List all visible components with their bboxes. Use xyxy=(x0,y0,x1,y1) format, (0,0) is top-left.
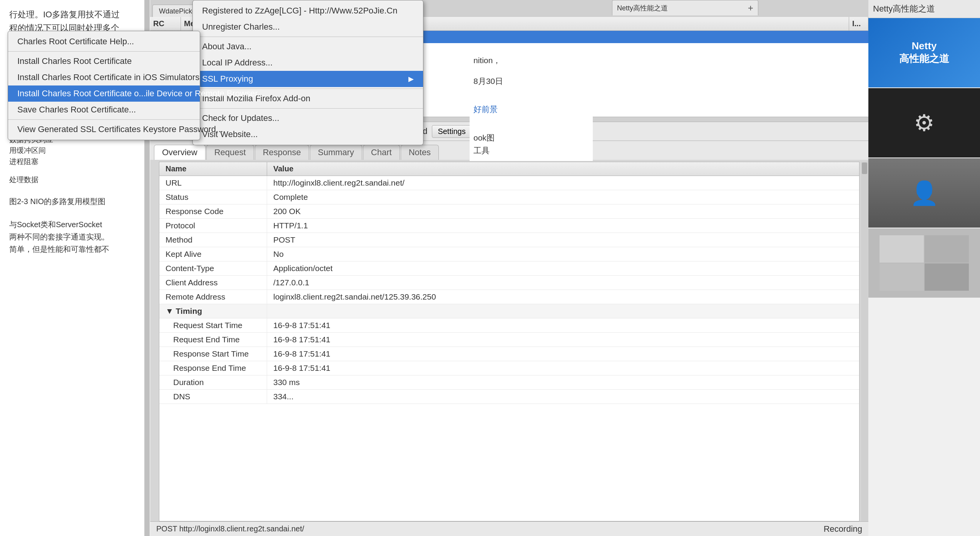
th-rc: RC xyxy=(150,17,181,30)
detail-scrollbar[interactable] xyxy=(861,162,868,521)
status-bar: POST http://loginxl8.client.reg2t.sandai… xyxy=(150,521,868,536)
right-article-link[interactable]: 好前景 xyxy=(473,103,589,116)
menu-item-ssl-proxying-label: SSL Proxying xyxy=(202,74,253,84)
detail-row-client-address: Client Address /127.0.0.1 xyxy=(159,276,859,290)
right-sidebar: Netty高性能之道 Netty高性能之道 ⚙ 👤 xyxy=(868,0,980,536)
detail-value-resp-start: 16-9-8 17:51:41 xyxy=(267,347,859,361)
detail-name-resp-end: Response End Time xyxy=(159,361,267,375)
tab-chart[interactable]: Chart xyxy=(363,145,400,160)
detail-name-req-end: Request End Time xyxy=(159,333,267,347)
detail-value-client-address: /127.0.0.1 xyxy=(267,276,859,290)
menu-item-cert-help-label: Charles Root Certificate Help... xyxy=(17,37,134,47)
status-url: POST http://loginxl8.client.reg2t.sandai… xyxy=(156,524,304,533)
diagram-caption: 图2-3 NIO的多路复用模型图 xyxy=(9,196,141,207)
menu-separator-3 xyxy=(193,108,423,109)
tab-notes[interactable]: Notes xyxy=(401,145,439,160)
section-label-4: 处理数据 xyxy=(9,175,141,185)
detail-value-duration: 330 ms xyxy=(267,375,859,389)
gear-icon: ⚙ xyxy=(914,109,935,136)
settings-button[interactable]: Settings xyxy=(432,125,471,138)
detail-scrollbar-thumb[interactable] xyxy=(862,162,867,174)
detail-row-req-start: Request Start Time 16-9-8 17:51:41 xyxy=(159,318,859,333)
menu-item-local-ip-label: Local IP Address... xyxy=(202,58,273,68)
tab-netty[interactable]: Netty高性能之道 + xyxy=(612,0,758,15)
sidebar-thumb-4[interactable] xyxy=(868,228,980,298)
right-sidebar-title: Netty高性能之道 xyxy=(873,3,935,15)
detail-header: Name Value xyxy=(159,162,859,176)
proxy-menu[interactable]: Registered to ZzAge[LCG] - Http://Www.52… xyxy=(192,0,423,145)
menu-item-keystore-password-label: View Generated SSL Certificates Keystore… xyxy=(17,124,223,134)
detail-row-remote-address: Remote Address loginxl8.client.reg2t.san… xyxy=(159,290,859,304)
right-article-line3: ook图工具 xyxy=(473,131,589,157)
tab-overview[interactable]: Overview xyxy=(154,145,206,160)
detail-row-dns: DNS 334... xyxy=(159,390,859,404)
menu-item-unregister[interactable]: Unregister Charles... xyxy=(193,19,423,35)
detail-name-keepalive: Kept Alive xyxy=(159,247,267,261)
detail-name-timing: ▼ Timing xyxy=(159,304,267,318)
detail-row-keepalive: Kept Alive No xyxy=(159,247,859,261)
detail-row-timing-header[interactable]: ▼ Timing xyxy=(159,304,859,318)
detail-row-resp-start: Response Start Time 16-9-8 17:51:41 xyxy=(159,347,859,361)
menu-item-keystore-password[interactable]: View Generated SSL Certificates Keystore… xyxy=(8,121,200,137)
detail-name-req-start: Request Start Time xyxy=(159,318,267,332)
sidebar-thumb-1[interactable]: Netty高性能之道 xyxy=(868,18,980,87)
sidebar-thumb-2[interactable]: ⚙ xyxy=(868,88,980,157)
detail-name-content-type: Content-Type xyxy=(159,261,267,275)
tab-request[interactable]: Request xyxy=(206,145,254,160)
menu-item-local-ip[interactable]: Local IP Address... xyxy=(193,55,423,71)
detail-value-timing xyxy=(267,304,859,318)
detail-name-response-code: Response Code xyxy=(159,204,267,218)
detail-value-req-end: 16-9-8 17:51:41 xyxy=(267,333,859,347)
netty-plus-icon[interactable]: + xyxy=(748,3,753,13)
menu-item-visit-website[interactable]: Visit Website... xyxy=(193,126,423,142)
detail-row-method: Method POST xyxy=(159,233,859,247)
detail-value-method: POST xyxy=(267,233,859,247)
detail-row-resp-end: Response End Time 16-9-8 17:51:41 xyxy=(159,361,859,375)
detail-name-dns: DNS xyxy=(159,390,267,404)
detail-row-duration: Duration 330 ms xyxy=(159,375,859,390)
detail-value-req-start: 16-9-8 17:51:41 xyxy=(267,318,859,332)
menu-item-registered[interactable]: Registered to ZzAge[LCG] - Http://Www.52… xyxy=(193,3,423,19)
detail-value-remote-address: loginxl8.client.reg2t.sandai.net/125.39.… xyxy=(267,290,859,304)
detail-row-url: URL http://loginxl8.client.reg2t.sandai.… xyxy=(159,176,859,190)
menu-item-about-java-label: About Java... xyxy=(202,42,251,52)
tab-response[interactable]: Response xyxy=(255,145,309,160)
menu-item-install-cert-ios-label: Install Charles Root Certificate in iOS … xyxy=(17,72,199,82)
detail-name-client-address: Client Address xyxy=(159,276,267,290)
install-menu[interactable]: Charles Root Certificate Help... Install… xyxy=(8,31,200,140)
detail-row-response-code: Response Code 200 OK xyxy=(159,204,859,219)
menu-item-cert-help[interactable]: Charles Root Certificate Help... xyxy=(8,34,200,50)
detail-row-content-type: Content-Type Application/octet xyxy=(159,261,859,276)
detail-row-protocol: Protocol HTTP/1.1 xyxy=(159,219,859,233)
detail-name-remote-address: Remote Address xyxy=(159,290,267,304)
tab-summary[interactable]: Summary xyxy=(310,145,362,160)
menu-item-install-cert[interactable]: Install Charles Root Certificate xyxy=(8,53,200,69)
detail-name-method: Method xyxy=(159,233,267,247)
menu-item-install-cert-device[interactable]: Install Charles Root Certificate o...ile… xyxy=(8,85,200,102)
right-sidebar-header: Netty高性能之道 xyxy=(868,0,980,18)
tab-netty-label: Netty高性能之道 xyxy=(617,3,668,13)
article-footer: 与Socket类和ServerSocket 两种不同的套接字通道实现。 简单，但… xyxy=(9,218,141,255)
sidebar-thumb-3[interactable]: 👤 xyxy=(868,158,980,228)
menu-item-about-java[interactable]: About Java... xyxy=(193,39,423,55)
detail-name-resp-start: Response Start Time xyxy=(159,347,267,361)
detail-row-status: Status Complete xyxy=(159,190,859,204)
menu-item-unregister-label: Unregister Charles... xyxy=(202,22,280,32)
detail-name-url: URL xyxy=(159,176,267,190)
menu-item-install-cert-label: Install Charles Root Certificate xyxy=(17,56,132,66)
menu-item-registered-label: Registered to ZzAge[LCG] - Http://Www.52… xyxy=(202,6,397,16)
detail-value-protocol: HTTP/1.1 xyxy=(267,219,859,233)
menu-item-install-cert-ios[interactable]: Install Charles Root Certificate in iOS … xyxy=(8,69,200,85)
detail-name-status: Status xyxy=(159,190,267,204)
detail-th-name: Name xyxy=(159,162,267,176)
menu-item-save-cert-label: Save Charles Root Certificate... xyxy=(17,105,136,115)
menu-item-check-updates[interactable]: Check for Updates... xyxy=(193,110,423,126)
menu-item-check-updates-label: Check for Updates... xyxy=(202,113,279,123)
menu-item-save-cert[interactable]: Save Charles Root Certificate... xyxy=(8,102,200,118)
detail-value-dns: 334... xyxy=(267,390,859,404)
th-info: I... xyxy=(849,17,868,30)
article-text-1: 行处理。IO多路复用技不通过 xyxy=(9,8,141,21)
detail-value-resp-end: 16-9-8 17:51:41 xyxy=(267,361,859,375)
install-menu-separator-1 xyxy=(8,51,200,52)
menu-item-ssl-proxying[interactable]: SSL Proxying ▶ xyxy=(193,71,423,87)
